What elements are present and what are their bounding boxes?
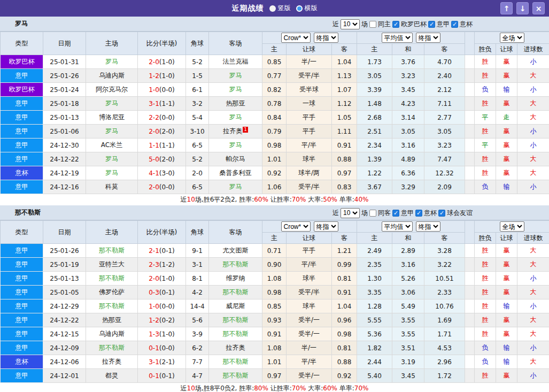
match-date: 25-01-19: [43, 258, 86, 272]
same-venue-checkbox[interactable]: [369, 21, 376, 28]
result-goals: 小: [517, 272, 549, 286]
score-cell: 2-3(1-2): [138, 258, 186, 272]
match-row: 意甲 25-01-13 那不勒斯 2-0(1-0) 8-1 维罗纳 1.08 球…: [1, 272, 549, 286]
summary-part: 70%: [292, 196, 306, 203]
away-team: 拉齐奥1: [209, 125, 262, 139]
score-cell: 1-2(0-2): [138, 313, 186, 327]
score-fulltime: 3-1: [149, 100, 159, 107]
result-winlose: 平: [475, 111, 496, 125]
radio-vertical-layout[interactable]: 竖版: [269, 4, 291, 13]
home-team: 佛罗伦萨: [86, 286, 138, 299]
match-count-select[interactable]: 10: [341, 208, 360, 218]
handicap-line: 受半球: [287, 83, 332, 97]
match-count-select[interactable]: 10: [341, 19, 360, 29]
result-goals: 小: [517, 180, 549, 194]
team-name: 那不勒斯: [0, 208, 41, 217]
avg-draw-odds: 3.76: [392, 55, 424, 69]
summary-part: 近: [181, 196, 187, 203]
away-team: 维罗纳: [209, 272, 262, 286]
move-up-button[interactable]: ↑: [500, 2, 513, 14]
crow-company-select[interactable]: Crow*: [281, 221, 311, 232]
average-final-select[interactable]: 终指: [416, 33, 440, 43]
result-goals: 大: [517, 327, 549, 341]
away-team: 罗马: [209, 139, 262, 152]
result-handicap: 赢: [496, 286, 517, 299]
summary-part: 让胜率:: [268, 196, 292, 203]
match-row: 欧罗巴杯 25-01-24 阿尔克马尔 1-0(0-0) 6-1 罗马 0.82…: [1, 83, 549, 97]
league-filter-checkbox[interactable]: [451, 21, 458, 28]
avg-away-odds: 2.77: [424, 111, 465, 125]
league-filter-checkbox[interactable]: [392, 21, 399, 28]
home-team: 那不勒斯: [86, 244, 138, 258]
spacer-cell: [465, 180, 475, 194]
summary-part: 大率:: [306, 196, 323, 203]
result-goals: 大: [517, 152, 549, 166]
radio-horizontal-layout[interactable]: 横版: [296, 4, 318, 13]
handicap-line: 球半/两: [287, 166, 332, 180]
result-winlose: 负: [475, 180, 496, 194]
same-venue-label: 同主: [378, 20, 391, 29]
league-filter-checkbox[interactable]: [428, 21, 435, 28]
league-badge: 意甲: [1, 272, 43, 286]
result-handicap: 赢: [496, 55, 517, 69]
handicap-line: 受平/半: [287, 180, 332, 194]
league-filter-checkbox[interactable]: [438, 210, 445, 217]
avg-away-odds: 3.22: [424, 258, 465, 272]
handicap-home-odds: 0.79: [262, 125, 287, 139]
match-date: 24-12-06: [43, 355, 86, 369]
crow-company-select[interactable]: Crow*: [281, 33, 311, 43]
handicap-home-odds: 0.91: [262, 327, 287, 341]
away-team: 那不勒斯: [209, 313, 262, 327]
titlebar: 近期战绩 竖版 横版 ↑ ↓ ×: [0, 0, 549, 17]
result-winlose: 胜: [475, 125, 496, 139]
average-final-select[interactable]: 终指: [416, 221, 440, 232]
score-halftime: (0-1): [159, 372, 175, 380]
league-filter-checkbox[interactable]: [415, 210, 422, 217]
close-button[interactable]: ×: [532, 2, 545, 14]
spacer-cell: [465, 83, 475, 97]
average-select[interactable]: 平均值: [382, 33, 413, 43]
crow-final-select[interactable]: 终指: [314, 33, 338, 43]
match-row: 意甲 25-01-05 佛罗伦萨 0-3(0-1) 4-2 那不勒斯 0.98 …: [1, 286, 549, 299]
spacer-cell: [465, 111, 475, 125]
handicap-away-odds: 0.88: [332, 355, 357, 369]
avg-home-odds: 1.73: [357, 55, 392, 69]
home-team: 博洛尼亚: [86, 111, 138, 125]
result-goals: 大: [517, 244, 549, 258]
fulltime-select[interactable]: 全场: [500, 33, 524, 43]
same-venue-checkbox[interactable]: [369, 210, 376, 217]
score-fulltime: 2-0: [149, 275, 159, 282]
match-date: 25-01-24: [43, 83, 86, 97]
average-select[interactable]: 平均值: [382, 221, 413, 232]
avg-draw-odds: 4.89: [392, 152, 424, 166]
handicap-line: 受半/一: [287, 313, 332, 327]
result-winlose: 负: [475, 341, 496, 355]
col-date: 日期: [43, 32, 86, 55]
summary-part: 近: [181, 385, 187, 392]
score-fulltime: 2-1: [149, 247, 159, 255]
league-filter-checkbox[interactable]: [392, 210, 399, 217]
crow-final-select[interactable]: 终指: [314, 221, 338, 232]
recent-results-window: 近期战绩 竖版 横版 ↑ ↓ × 罗马 近10场同主欧罗巴杯意甲意杯: [0, 0, 549, 392]
avg-away-odds: 3.23: [424, 139, 465, 152]
result-handicap: 赢: [496, 327, 517, 341]
avg-away-odds: 4.53: [424, 341, 465, 355]
avg-home-odds: 5.55: [357, 313, 392, 327]
col-avg-draw: 和: [392, 233, 424, 244]
window-buttons: ↑ ↓ ×: [500, 2, 545, 14]
move-down-button[interactable]: ↓: [516, 2, 529, 14]
avg-home-odds: 1.82: [357, 341, 392, 355]
score-cell: 5-0(2-0): [138, 152, 186, 166]
corner-score: 3-2: [186, 97, 209, 111]
avg-draw-odds: 3.16: [392, 258, 424, 272]
radio-selected-icon: [269, 5, 276, 12]
filter-games-label: 场: [361, 209, 368, 218]
col-goals: 进球数: [517, 44, 549, 55]
results-table: 类型 日期 主场 比分(半场) 角球 客场 Crow*终指 平均值终指: [0, 220, 549, 383]
col-handicap-away: 客: [332, 44, 357, 55]
league-badge: 意甲: [1, 152, 43, 166]
avg-home-odds: 5.36: [357, 327, 392, 341]
fulltime-select[interactable]: 全场: [500, 221, 524, 232]
league-badge: 意甲: [1, 180, 43, 194]
corner-score: 14-4: [186, 299, 209, 313]
